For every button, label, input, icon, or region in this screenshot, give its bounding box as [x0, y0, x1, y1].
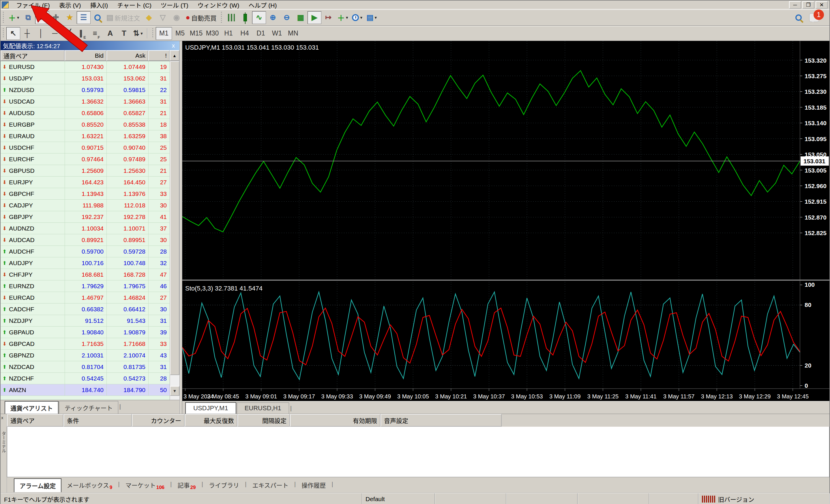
menu-item-1[interactable]: 表示 (V)	[55, 2, 86, 9]
terminal-close-icon[interactable]: x	[1, 415, 3, 420]
line-chart-button[interactable]: ∿	[252, 11, 266, 24]
terminal-tab-2[interactable]: マーケット106	[120, 478, 170, 492]
scrollbar-down-icon[interactable]: ▼	[170, 386, 180, 396]
market-watch-row[interactable]: ⬇GBPJPY192.237192.27841	[1, 211, 170, 223]
terminal-tab-6[interactable]: 操作履歴	[296, 478, 331, 492]
close-button[interactable]: ✕	[816, 1, 828, 9]
scrollbar-thumb[interactable]	[170, 61, 180, 375]
mw-column-header-0[interactable]: 通貨ペア	[1, 50, 65, 61]
templates-dropdown-icon[interactable]: ▾	[375, 15, 377, 20]
status-profile[interactable]: Default	[362, 493, 435, 504]
mw-column-header-1[interactable]: Bid	[65, 50, 106, 61]
minimize-button[interactable]: ─	[789, 1, 801, 9]
terminal-column-header-0[interactable]: 通貨ペア	[7, 414, 63, 427]
timeframe-h1[interactable]: H1	[220, 27, 236, 40]
timeframe-mn[interactable]: MN	[285, 27, 301, 40]
chat-icon[interactable]: 1	[809, 13, 819, 22]
timeframe-w1[interactable]: W1	[269, 27, 285, 40]
toolbar-grip[interactable]	[220, 12, 223, 23]
menu-item-2[interactable]: 挿入(I)	[86, 2, 113, 9]
chart-tab-0[interactable]: USDJPY,M1	[185, 402, 236, 414]
terminal-tab-0[interactable]: アラーム設定	[14, 478, 61, 492]
data-window-button[interactable]: ✚	[49, 11, 63, 24]
profiles-button[interactable]: ⧉	[21, 11, 35, 24]
arrows-dropdown-icon[interactable]: ▾	[140, 31, 143, 36]
market-watch-row[interactable]: ⬆AUDJPY100.716100.74832	[1, 257, 170, 269]
terminal-tab-3[interactable]: 記事29	[172, 478, 201, 492]
signals-button[interactable]: ◉	[170, 11, 184, 24]
market-watch-row[interactable]: ⬇EURCAD1.467971.4682427	[1, 292, 170, 304]
market-watch-row[interactable]: ⬇GBPCHF1.139431.1397633	[1, 188, 170, 200]
toolbar-grip[interactable]	[152, 28, 154, 39]
tile-windows-button[interactable]: ▦	[294, 11, 308, 24]
new-order-button[interactable]: ▤新規注文	[104, 11, 142, 24]
market-watch-row[interactable]: ⬇AUDCAD0.899210.8995130	[1, 234, 170, 246]
price-chart[interactable]: 3 May 20243 May 08:453 May 09:013 May 09…	[182, 41, 829, 401]
market-watch-row[interactable]: ⬇USDCAD1.366321.3666331	[1, 96, 170, 107]
metaeditor-button[interactable]: ◆	[142, 11, 156, 24]
menu-item-3[interactable]: チャート (C)	[113, 2, 156, 9]
market-watch-row[interactable]: ⬆GBPNZD2.100312.1007443	[1, 350, 170, 361]
mw-column-header-2[interactable]: Ask	[106, 50, 148, 61]
terminal-column-header-2[interactable]: カウンター	[132, 414, 185, 427]
toolbar-grip[interactable]	[2, 12, 5, 23]
periods-dropdown-icon[interactable]: ▾	[360, 15, 362, 20]
templates-button[interactable]: ▤▾	[364, 11, 379, 24]
bar-chart-button[interactable]	[224, 11, 238, 24]
new-chart-button[interactable]: ＋▾	[6, 11, 21, 24]
fibonacci-button[interactable]: ≡F	[89, 27, 103, 40]
market-watch-row[interactable]: ⬆NZDJPY91.51291.54331	[1, 315, 170, 326]
lab-button[interactable]: ▽	[156, 11, 170, 24]
market-watch-row[interactable]: ⬇EURUSD1.074301.0744919	[1, 61, 170, 73]
market-watch-row[interactable]: ⬇EURCHF0.974640.9748925	[1, 154, 170, 165]
strategy-tester-button[interactable]	[91, 11, 104, 24]
indicators-dropdown-icon[interactable]: ▾	[346, 15, 348, 20]
horizontal-line-button[interactable]: ─	[48, 27, 62, 40]
timeframe-d1[interactable]: D1	[253, 27, 269, 40]
arrows-button[interactable]: ⇅▾	[131, 27, 145, 40]
market-watch-close-icon[interactable]: x	[170, 42, 177, 49]
candlestick-chart-button[interactable]	[238, 11, 252, 24]
menu-item-0[interactable]: ファイル (F)	[11, 2, 55, 9]
menu-item-6[interactable]: ヘルプ (H)	[244, 2, 281, 9]
market-watch-row[interactable]: ⬇AUDNZD1.100341.1007137	[1, 223, 170, 234]
scrollbar-up-icon[interactable]: ▲	[170, 50, 180, 61]
timeframe-m1[interactable]: M1	[156, 27, 172, 40]
market-watch-row[interactable]: ⬇EURGBP0.855200.8553818	[1, 119, 170, 130]
indicators-button[interactable]: ＋▾	[335, 11, 350, 24]
market-watch-row[interactable]: ⬆NZDCAD0.817040.8173531	[1, 361, 170, 373]
cursor-button[interactable]: ↖	[6, 27, 20, 40]
mw-column-header-3[interactable]: !	[148, 50, 170, 61]
periods-button[interactable]: ▾	[350, 11, 364, 24]
timeframe-h4[interactable]: H4	[236, 27, 253, 40]
market-watch-row[interactable]: ⬆NZDUSD0.597930.5981522	[1, 84, 170, 96]
text-button[interactable]: A	[103, 27, 117, 40]
timeframe-m15[interactable]: M15	[188, 27, 204, 40]
market-watch-row[interactable]: ⬇USDJPY153.031153.06231	[1, 73, 170, 84]
timeframe-m5[interactable]: M5	[172, 27, 188, 40]
market-watch-row[interactable]: ⬆EURNZD1.796291.7967546	[1, 280, 170, 292]
navigator-button[interactable]: ★	[63, 11, 77, 24]
window-divider[interactable]	[182, 280, 829, 281]
market-watch-row[interactable]: ⬇GBPUSD1.256091.2563021	[1, 165, 170, 177]
terminal-column-header-4[interactable]: 間隔設定	[237, 414, 290, 427]
search-icon[interactable]	[795, 14, 802, 21]
market-watch-row[interactable]: ⬇EURAUD1.632211.6325938	[1, 130, 170, 142]
status-version[interactable]: 旧バージョン	[698, 493, 829, 504]
zoom-in-button[interactable]: ⊕	[266, 11, 280, 24]
market-watch-row[interactable]: ⬇CHFJPY168.681168.72847	[1, 269, 170, 280]
equidistant-channel-button[interactable]: ∥E	[75, 27, 89, 40]
vertical-line-button[interactable]: │	[34, 27, 48, 40]
market-watch-row[interactable]: ⬆NZDCHF0.542450.5427328	[1, 373, 170, 384]
terminal-column-header-1[interactable]: 条件	[63, 414, 132, 427]
market-watch-row[interactable]: ⬆AUDCHF0.597000.5972828	[1, 246, 170, 257]
market-watch-row[interactable]: ⬆AMZN184.740184.79050	[1, 384, 170, 396]
market-watch-row[interactable]: ⬇GBPCAD1.716351.7166833	[1, 338, 170, 350]
auto-scroll-button[interactable]: ▶	[308, 11, 321, 24]
market-watch-row[interactable]: ⬆GBPAUD1.908401.9087939	[1, 326, 170, 338]
terminal-tab-1[interactable]: メールボックス9	[61, 478, 118, 492]
chart-tab-1[interactable]: EURUSD,H1	[237, 403, 289, 414]
crosshair-button[interactable]: ┼	[20, 27, 34, 40]
trendline-button[interactable]: ╱	[62, 27, 75, 40]
terminal-button[interactable]: ☰	[77, 11, 91, 24]
